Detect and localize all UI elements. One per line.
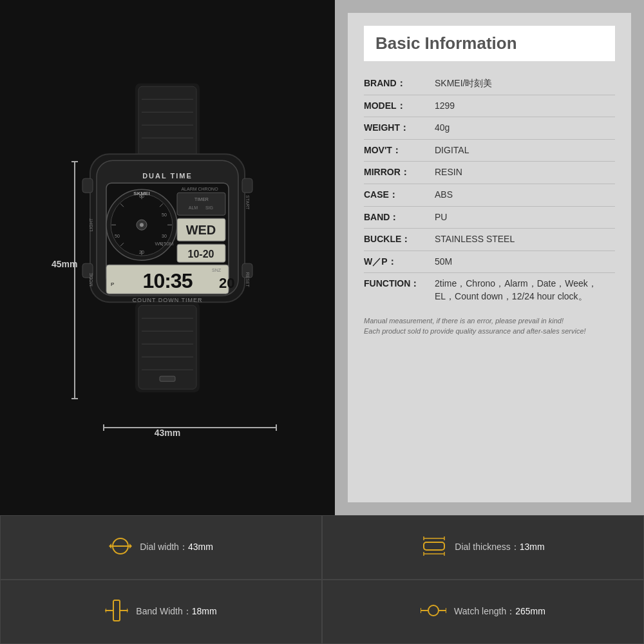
svg-marker-63 [109,544,111,549]
info-row-value: SKMEI/时刻美 [435,77,615,90]
info-row-label: CASE： [364,189,435,202]
svg-text:ALARM CHRONO: ALARM CHRONO [181,187,218,191]
info-row-value: 2time，Chrono，Alarm，Date，Week，EL，Count do… [435,278,615,303]
info-row-label: WEIGHT： [364,122,435,135]
info-card: Basic Information BRAND：SKMEI/时刻美MODEL：1… [348,13,631,502]
spec-dial-thickness-value: 13mm [520,542,545,552]
watch-container: 45mm [39,64,296,464]
svg-rect-65 [424,542,444,550]
spec-band-width-text: Band Width：18mm [136,606,216,618]
svg-text:START: START [245,195,250,210]
info-row: W／P：50M [364,251,615,274]
info-row-value: 50M [435,256,615,269]
spec-dial-thickness-text: Dial thickness：13mm [455,542,544,553]
info-row: BRAND：SKMEI/时刻美 [364,73,615,95]
svg-text:20: 20 [139,250,144,254]
svg-text:SNZ: SNZ [212,268,222,272]
info-row-value: 40g [435,122,615,135]
info-row: BUCKLE：STAINLESS STEEL [364,229,615,251]
svg-text:TIMER: TIMER [194,197,209,202]
info-row-label: BAND： [364,211,435,224]
bottom-row-1: Dial width：43mm Dial thickness：13mm [0,515,644,580]
svg-marker-76 [127,608,128,613]
dial-thickness-icon [421,535,447,561]
spec-dial-width-text: Dial width：43mm [140,542,213,553]
svg-text:10:35: 10:35 [143,269,193,292]
svg-text:50: 50 [162,213,167,217]
info-row-value: 1299 [435,100,615,113]
svg-rect-10 [242,178,252,193]
info-row-label: W／P： [364,256,435,269]
info-row-value: ABS [435,189,615,202]
info-row: MOV'T：DIGITAL [364,140,615,162]
spec-watch-length-value: 265mm [515,606,545,616]
info-panel: Basic Information BRAND：SKMEI/时刻美MODEL：1… [335,0,644,515]
watch-length-icon [421,599,446,625]
svg-point-77 [428,605,439,616]
info-row: MIRROR：RESIN [364,162,615,184]
watch-illustration: DUAL TIME 60 [64,83,270,418]
info-row-value: DIGITAL [435,144,615,157]
svg-text:LIGHT: LIGHT [89,218,93,231]
info-row: FUNCTION：2time，Chrono，Alarm，Date，Week，EL… [364,273,615,307]
info-rows-container: BRAND：SKMEI/时刻美MODEL：1299WEIGHT：40gMOV'T… [364,73,615,308]
svg-rect-8 [82,178,93,193]
dial-width-icon [109,535,132,561]
svg-marker-75 [105,608,106,613]
info-row-value: STAINLESS STEEL [435,233,615,246]
info-row-label: FUNCTION： [364,278,435,290]
info-row-label: MIRROR： [364,166,435,179]
info-title: Basic Information [375,33,603,53]
info-row-label: BUCKLE： [364,233,435,246]
svg-text:SIG: SIG [205,205,213,210]
svg-rect-60 [160,376,175,381]
svg-text:50: 50 [115,234,120,238]
main-area: 45mm [0,0,644,515]
info-row-label: BRAND： [364,77,435,90]
spec-dial-thickness: Dial thickness：13mm [322,515,644,580]
info-row-label: MOV'T： [364,144,435,157]
spec-band-width-value: 18mm [192,606,217,616]
info-row: MODEL：1299 [364,95,615,118]
info-disclaimer: Manual measurement, if there is an error… [364,316,615,337]
svg-text:WR50M: WR50M [155,241,174,247]
svg-text:20: 20 [219,275,234,291]
svg-text:MODE: MODE [89,272,93,286]
info-title-box: Basic Information [364,26,615,61]
svg-text:RESET: RESET [245,272,250,288]
spec-band-width: Band Width：18mm [0,580,322,644]
info-row: WEIGHT：40g [364,117,615,140]
svg-text:P: P [111,281,114,287]
svg-text:DUAL TIME: DUAL TIME [142,172,193,180]
dimension-width-label: 43mm [155,428,180,438]
watch-area: 45mm [0,0,335,515]
svg-text:WED: WED [186,223,216,237]
dimension-line-horizontal [103,427,277,428]
info-row-label: MODEL： [364,100,435,113]
svg-rect-33 [177,193,225,215]
svg-text:ALM: ALM [189,205,198,210]
svg-marker-64 [129,544,132,549]
spec-watch-length: Watch length：265mm [322,580,644,644]
band-width-icon [105,599,128,625]
info-row-value: RESIN [435,166,615,179]
spec-dial-width: Dial width：43mm [0,515,322,580]
bottom-bar: Dial width：43mm Dial thickness：13mm [0,515,644,644]
svg-point-30 [140,223,144,227]
svg-text:SKMEI: SKMEI [133,191,149,196]
info-row: CASE：ABS [364,184,615,207]
svg-text:30: 30 [162,234,167,238]
info-row: BAND：PU [364,207,615,229]
spec-watch-length-text: Watch length：265mm [454,606,545,618]
spec-dial-width-value: 43mm [188,542,213,552]
bottom-row-2: Band Width：18mm Watch length：265mm [0,580,644,644]
svg-rect-72 [113,600,120,621]
svg-text:10-20: 10-20 [188,249,214,260]
svg-rect-1 [138,86,196,157]
info-row-value: PU [435,211,615,224]
